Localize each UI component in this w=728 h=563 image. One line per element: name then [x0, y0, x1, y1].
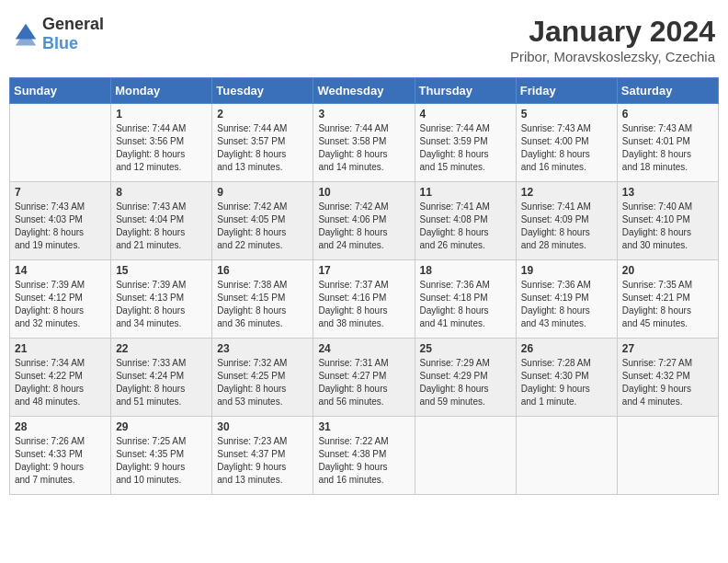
day-number: 31 — [318, 420, 409, 433]
cell-content: Sunrise: 7:22 AM Sunset: 4:38 PM Dayligh… — [318, 435, 409, 487]
cell-content: Sunrise: 7:39 AM Sunset: 4:13 PM Dayligh… — [116, 279, 207, 330]
day-header-thursday: Thursday — [415, 78, 516, 104]
calendar-cell — [415, 417, 516, 495]
calendar-cell: 2Sunrise: 7:44 AM Sunset: 3:57 PM Daylig… — [212, 104, 313, 182]
cell-content: Sunrise: 7:41 AM Sunset: 4:09 PM Dayligh… — [521, 201, 612, 252]
subtitle: Pribor, Moravskoslezsky, Czechia — [510, 49, 715, 64]
day-number: 23 — [217, 342, 308, 355]
calendar-week-1: 1Sunrise: 7:44 AM Sunset: 3:56 PM Daylig… — [10, 104, 719, 182]
logo-blue: Blue — [42, 34, 78, 52]
day-number: 29 — [116, 420, 207, 433]
title-area: January 2024 Pribor, Moravskoslezsky, Cz… — [510, 15, 715, 64]
day-header-sunday: Sunday — [10, 78, 111, 104]
calendar-cell: 30Sunrise: 7:23 AM Sunset: 4:37 PM Dayli… — [212, 417, 313, 495]
calendar-cell: 10Sunrise: 7:42 AM Sunset: 4:06 PM Dayli… — [313, 182, 415, 260]
day-header-monday: Monday — [111, 78, 212, 104]
calendar-cell: 24Sunrise: 7:31 AM Sunset: 4:27 PM Dayli… — [313, 339, 415, 417]
calendar-header-row: SundayMondayTuesdayWednesdayThursdayFrid… — [10, 78, 719, 104]
calendar-cell: 8Sunrise: 7:43 AM Sunset: 4:04 PM Daylig… — [111, 182, 212, 260]
calendar-cell: 12Sunrise: 7:41 AM Sunset: 4:09 PM Dayli… — [516, 182, 617, 260]
day-number: 3 — [318, 108, 409, 121]
day-number: 1 — [116, 108, 207, 121]
calendar-cell: 11Sunrise: 7:41 AM Sunset: 4:08 PM Dayli… — [415, 182, 516, 260]
day-header-saturday: Saturday — [617, 78, 718, 104]
day-number: 25 — [420, 342, 511, 355]
calendar-cell: 23Sunrise: 7:32 AM Sunset: 4:25 PM Dayli… — [212, 339, 313, 417]
calendar-cell: 16Sunrise: 7:38 AM Sunset: 4:15 PM Dayli… — [212, 260, 313, 339]
day-number: 14 — [15, 264, 106, 277]
cell-content: Sunrise: 7:29 AM Sunset: 4:29 PM Dayligh… — [420, 357, 511, 408]
day-number: 28 — [15, 420, 106, 433]
calendar-cell: 1Sunrise: 7:44 AM Sunset: 3:56 PM Daylig… — [111, 104, 212, 182]
cell-content: Sunrise: 7:42 AM Sunset: 4:06 PM Dayligh… — [318, 201, 409, 252]
day-number: 8 — [116, 186, 207, 199]
day-number: 13 — [622, 186, 713, 199]
logo-general: General — [42, 15, 104, 33]
cell-content: Sunrise: 7:36 AM Sunset: 4:19 PM Dayligh… — [521, 279, 612, 330]
day-number: 20 — [622, 264, 713, 277]
cell-content: Sunrise: 7:43 AM Sunset: 4:03 PM Dayligh… — [15, 201, 106, 252]
cell-content: Sunrise: 7:38 AM Sunset: 4:15 PM Dayligh… — [217, 279, 308, 330]
day-number: 11 — [420, 186, 511, 199]
calendar-cell: 4Sunrise: 7:44 AM Sunset: 3:59 PM Daylig… — [415, 104, 516, 182]
day-number: 17 — [318, 264, 409, 277]
day-number: 7 — [15, 186, 106, 199]
calendar-cell: 20Sunrise: 7:35 AM Sunset: 4:21 PM Dayli… — [617, 260, 718, 339]
cell-content: Sunrise: 7:41 AM Sunset: 4:08 PM Dayligh… — [420, 201, 511, 252]
cell-content: Sunrise: 7:40 AM Sunset: 4:10 PM Dayligh… — [622, 201, 713, 252]
day-number: 10 — [318, 186, 409, 199]
calendar-cell — [617, 417, 718, 495]
day-number: 19 — [521, 264, 612, 277]
calendar-cell: 28Sunrise: 7:26 AM Sunset: 4:33 PM Dayli… — [10, 417, 111, 495]
calendar-cell: 27Sunrise: 7:27 AM Sunset: 4:32 PM Dayli… — [617, 339, 718, 417]
logo-icon — [13, 21, 39, 47]
calendar-cell: 14Sunrise: 7:39 AM Sunset: 4:12 PM Dayli… — [10, 260, 111, 339]
day-number: 26 — [521, 342, 612, 355]
header: General Blue January 2024 Pribor, Moravs… — [9, 9, 719, 70]
calendar-cell: 17Sunrise: 7:37 AM Sunset: 4:16 PM Dayli… — [313, 260, 415, 339]
month-title: January 2024 — [510, 15, 715, 49]
day-number: 2 — [217, 108, 308, 121]
day-number: 12 — [521, 186, 612, 199]
calendar-week-3: 14Sunrise: 7:39 AM Sunset: 4:12 PM Dayli… — [10, 260, 719, 339]
day-number: 9 — [217, 186, 308, 199]
calendar-cell: 6Sunrise: 7:43 AM Sunset: 4:01 PM Daylig… — [617, 104, 718, 182]
cell-content: Sunrise: 7:44 AM Sunset: 3:57 PM Dayligh… — [217, 122, 308, 174]
cell-content: Sunrise: 7:43 AM Sunset: 4:00 PM Dayligh… — [521, 122, 612, 174]
cell-content: Sunrise: 7:26 AM Sunset: 4:33 PM Dayligh… — [15, 435, 106, 487]
day-number: 4 — [420, 108, 511, 121]
cell-content: Sunrise: 7:39 AM Sunset: 4:12 PM Dayligh… — [15, 279, 106, 330]
calendar-cell: 9Sunrise: 7:42 AM Sunset: 4:05 PM Daylig… — [212, 182, 313, 260]
calendar-cell: 19Sunrise: 7:36 AM Sunset: 4:19 PM Dayli… — [516, 260, 617, 339]
day-number: 5 — [521, 108, 612, 121]
day-header-wednesday: Wednesday — [313, 78, 415, 104]
calendar-week-5: 28Sunrise: 7:26 AM Sunset: 4:33 PM Dayli… — [10, 417, 719, 495]
cell-content: Sunrise: 7:32 AM Sunset: 4:25 PM Dayligh… — [217, 357, 308, 408]
day-header-friday: Friday — [516, 78, 617, 104]
day-number: 16 — [217, 264, 308, 277]
cell-content: Sunrise: 7:28 AM Sunset: 4:30 PM Dayligh… — [521, 357, 612, 408]
cell-content: Sunrise: 7:44 AM Sunset: 3:58 PM Dayligh… — [318, 122, 409, 174]
cell-content: Sunrise: 7:42 AM Sunset: 4:05 PM Dayligh… — [217, 201, 308, 252]
calendar-cell: 5Sunrise: 7:43 AM Sunset: 4:00 PM Daylig… — [516, 104, 617, 182]
calendar-cell — [10, 104, 111, 182]
cell-content: Sunrise: 7:33 AM Sunset: 4:24 PM Dayligh… — [116, 357, 207, 408]
cell-content: Sunrise: 7:31 AM Sunset: 4:27 PM Dayligh… — [318, 357, 409, 408]
logo: General Blue — [13, 15, 104, 53]
day-number: 18 — [420, 264, 511, 277]
cell-content: Sunrise: 7:43 AM Sunset: 4:04 PM Dayligh… — [116, 201, 207, 252]
cell-content: Sunrise: 7:44 AM Sunset: 3:56 PM Dayligh… — [116, 122, 207, 174]
cell-content: Sunrise: 7:37 AM Sunset: 4:16 PM Dayligh… — [318, 279, 409, 330]
calendar-cell: 31Sunrise: 7:22 AM Sunset: 4:38 PM Dayli… — [313, 417, 415, 495]
calendar-cell: 29Sunrise: 7:25 AM Sunset: 4:35 PM Dayli… — [111, 417, 212, 495]
day-header-tuesday: Tuesday — [212, 78, 313, 104]
calendar-cell: 25Sunrise: 7:29 AM Sunset: 4:29 PM Dayli… — [415, 339, 516, 417]
cell-content: Sunrise: 7:43 AM Sunset: 4:01 PM Dayligh… — [622, 122, 713, 174]
calendar-table: SundayMondayTuesdayWednesdayThursdayFrid… — [9, 77, 719, 495]
calendar-week-4: 21Sunrise: 7:34 AM Sunset: 4:22 PM Dayli… — [10, 339, 719, 417]
calendar-cell: 18Sunrise: 7:36 AM Sunset: 4:18 PM Dayli… — [415, 260, 516, 339]
cell-content: Sunrise: 7:34 AM Sunset: 4:22 PM Dayligh… — [15, 357, 106, 408]
calendar-cell: 15Sunrise: 7:39 AM Sunset: 4:13 PM Dayli… — [111, 260, 212, 339]
cell-content: Sunrise: 7:25 AM Sunset: 4:35 PM Dayligh… — [116, 435, 207, 487]
cell-content: Sunrise: 7:27 AM Sunset: 4:32 PM Dayligh… — [622, 357, 713, 408]
